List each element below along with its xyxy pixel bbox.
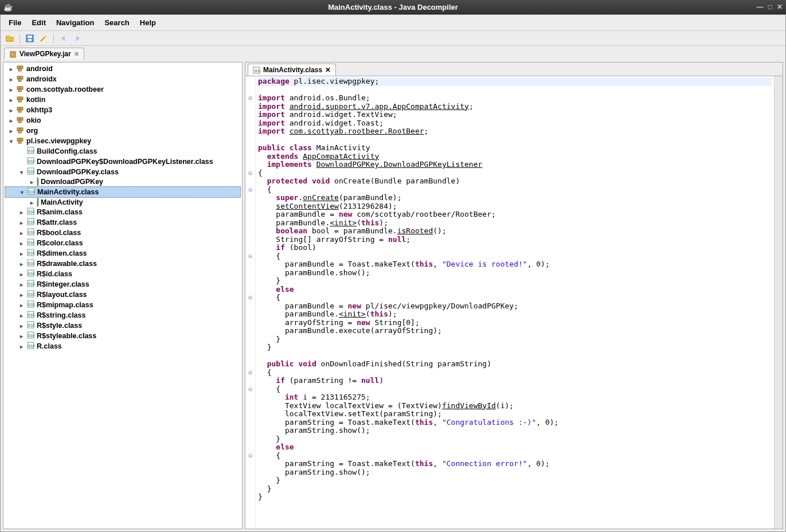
code-line: } [258,435,280,443]
tree-item-label: org [26,127,38,135]
fold-toggle[interactable]: ⊖ [245,186,255,194]
class-icon: 010 [27,167,34,177]
tree-toggle-icon[interactable]: ▸ [18,230,25,236]
package-explorer[interactable]: ▸android▸androidx▸com.scottyab.rootbeer▸… [3,62,243,529]
tree-toggle-icon[interactable]: ▸ [18,271,25,277]
tree-toggle-icon[interactable]: ▸ [18,220,25,226]
tree-toggle-icon[interactable]: ▸ [18,251,25,257]
fold-toggle [245,144,255,152]
fold-toggle[interactable]: ⊖ [245,252,255,261]
close-editor-tab-icon[interactable]: ✕ [325,66,331,74]
tree-item-r-string-class[interactable]: ▸010R$string.class [5,310,241,320]
editor-tab[interactable]: 010 MainActivity.class ✕ [248,64,336,76]
tree-item-label: R$dimen.class [37,249,87,257]
menu-navigation[interactable]: Navigation [52,17,99,29]
package-icon [17,95,24,104]
fold-toggle[interactable]: ⊖ [245,94,255,103]
tree-item-downloadpgpkey-downloadpgpkeylistener-class[interactable]: 010DownloadPGPKey$DownloadPGPKeyListener… [5,157,241,167]
tree-toggle-icon[interactable]: ▸ [18,292,25,298]
tree-item-mainactivity-class[interactable]: ▾010MainActivity.class [5,186,241,198]
tree-item-downloadpgpkey-class[interactable]: ▾010DownloadPGPKey.class [5,167,241,177]
tree-toggle-icon[interactable]: ▸ [18,209,25,216]
svg-text:010: 010 [28,220,34,224]
code-line: import android.support.v7.app.AppCompatA… [258,102,474,111]
tree-toggle-icon[interactable]: ▸ [18,343,25,350]
close-button[interactable]: ✕ [777,3,783,11]
tree-item-r-anim-class[interactable]: ▸010R$anim.class [5,207,241,217]
tree-toggle-icon[interactable]: ▸ [18,240,25,247]
tree-toggle-icon[interactable]: ▾ [8,138,14,144]
tree-item-androidx[interactable]: ▸androidx [5,74,241,84]
menu-help[interactable]: Help [135,17,161,29]
tree-item-r-attr-class[interactable]: ▸010R$attr.class [5,217,241,228]
tree-toggle-icon[interactable]: ▾ [18,169,25,175]
tree-toggle-icon[interactable]: ▸ [18,323,25,329]
code-line: } [258,492,263,501]
menu-search[interactable]: Search [100,17,134,29]
open-icon[interactable] [4,33,15,44]
tree-item-r-mipmap-class[interactable]: ▸010R$mipmap.class [5,300,241,310]
tree-toggle-icon[interactable]: ▸ [8,97,14,103]
vertical-scrollbar[interactable] [774,76,783,529]
tree-toggle-icon[interactable]: ▸ [18,312,25,319]
save-icon[interactable] [24,33,36,44]
menu-file[interactable]: File [4,17,26,29]
tree-toggle-icon[interactable]: ▸ [29,200,35,206]
code-editor[interactable]: ⊖ ⊖ ⊖ ⊖ ⊖ ⊖ ⊖ ⊖ package pl.isec.viewpgpk… [245,76,774,529]
wand-icon[interactable] [38,33,49,44]
tree-item-downloadpgpkey[interactable]: ▸DownloadPGPKey [5,177,241,186]
tree-toggle-icon[interactable]: ▾ [19,189,25,195]
tree-toggle-icon[interactable]: ▸ [8,107,14,114]
fold-toggle [245,202,255,211]
close-tab-icon[interactable]: ✕ [74,50,79,58]
tree-toggle-icon[interactable]: ▸ [18,302,25,308]
tree-item-label: DownloadPGPKey [41,178,103,186]
tree-item-r-bool-class[interactable]: ▸010R$bool.class [5,228,241,238]
tree-item-pl-isec-viewpgpkey[interactable]: ▾pl.isec.viewpgpkey [5,136,241,146]
fold-toggle[interactable]: ⊖ [245,169,255,178]
tree-item-r-styleable-class[interactable]: ▸010R$styleable.class [5,331,241,341]
tree-item-com-scottyab-rootbeer[interactable]: ▸com.scottyab.rootbeer [5,84,241,95]
tree-item-r-layout-class[interactable]: ▸010R$layout.class [5,290,241,300]
tree-toggle-icon[interactable]: ▸ [29,179,35,185]
code-line: setContentView(2131296284); [258,202,397,210]
tree-item-android[interactable]: ▸android [5,64,241,74]
tree-toggle-icon[interactable]: ▸ [18,261,25,267]
tree-toggle-icon[interactable]: ▸ [18,333,25,339]
tree-item-org[interactable]: ▸org [5,126,241,136]
tree-item-r-style-class[interactable]: ▸010R$style.class [5,320,241,331]
maximize-button[interactable]: □ [768,3,772,11]
fold-toggle [245,443,255,452]
tree-toggle-icon[interactable]: ▸ [18,281,25,288]
tree-item-buildconfig-class[interactable]: 010BuildConfig.class [5,146,241,157]
svg-text:010: 010 [28,251,34,255]
tree-item-r-id-class[interactable]: ▸010R$id.class [5,269,241,279]
svg-rect-29 [18,140,21,143]
package-icon [17,126,24,135]
tree-item-r-dimen-class[interactable]: ▸010R$dimen.class [5,248,241,259]
menu-edit[interactable]: Edit [27,17,50,29]
fold-toggle [245,227,255,236]
fold-toggle[interactable]: ⊖ [245,369,255,377]
tree-toggle-icon[interactable]: ▸ [8,87,14,93]
fold-toggle[interactable]: ⊖ [245,452,255,460]
tree-item-r-drawable-class[interactable]: ▸010R$drawable.class [5,259,241,269]
tree-item-kotlin[interactable]: ▸kotlin [5,95,241,105]
tree-item-mainactivity[interactable]: ▸MainActivity [5,198,241,207]
tree-item-r-class[interactable]: ▸010R.class [5,341,241,351]
fold-toggle[interactable]: ⊖ [245,385,255,394]
tree-item-r-integer-class[interactable]: ▸010R$integer.class [5,279,241,290]
minimize-button[interactable]: — [757,3,764,11]
project-tab[interactable]: ViewPGPkey.jar ✕ [4,48,84,60]
fold-toggle[interactable]: ⊖ [245,294,255,302]
tree-toggle-icon[interactable]: ▸ [8,66,14,72]
tree-toggle-icon[interactable]: ▸ [8,76,14,83]
tree-item-okhttp3[interactable]: ▸okhttp3 [5,105,241,115]
svg-point-4 [45,35,47,37]
class-icon: 010 [27,342,34,351]
svg-rect-17 [18,99,21,102]
tree-toggle-icon[interactable]: ▸ [8,118,14,124]
tree-toggle-icon[interactable]: ▸ [8,128,14,134]
tree-item-r-color-class[interactable]: ▸010R$color.class [5,238,241,248]
tree-item-okio[interactable]: ▸okio [5,115,241,126]
